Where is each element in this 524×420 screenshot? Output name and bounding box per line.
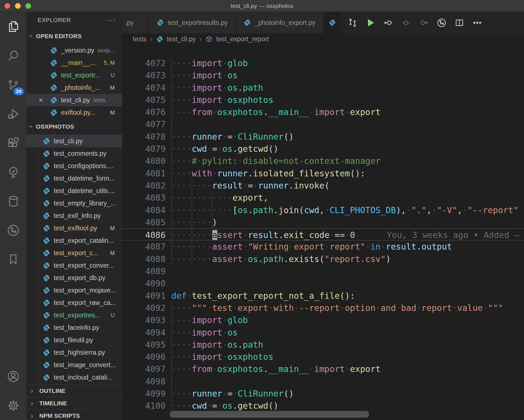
code-line[interactable]: 4090 (122, 277, 524, 289)
line-number[interactable]: 4096 (122, 351, 166, 363)
line-number[interactable]: 4090 (122, 277, 166, 289)
code-line[interactable]: 4079····cwd·=·os.getcwd() (122, 143, 524, 155)
code-line[interactable]: 4081····with·runner.isolated_filesystem(… (122, 167, 524, 179)
activitybar-run-debug-icon[interactable] (0, 99, 26, 128)
debug-step-over-icon[interactable] (415, 12, 433, 33)
code-line[interactable]: 4076····from·osxphotos.__main__·import·e… (122, 106, 524, 118)
tree-item[interactable]: test_fileutil.py (26, 334, 122, 346)
open-editor-item[interactable]: exiftool.py...M (26, 106, 122, 119)
line-number[interactable]: 4080 (122, 155, 166, 167)
code-editor[interactable]: 4072····import·glob4073····import·os4074… (122, 45, 524, 420)
line-number[interactable]: 4078 (122, 131, 166, 143)
activitybar-settings-gear-icon[interactable] (0, 391, 26, 420)
code-line[interactable]: 4077 (122, 118, 524, 130)
line-number[interactable]: 4077 (122, 118, 166, 130)
tree-item[interactable]: test_exiftool.pyM (26, 222, 122, 234)
code-line[interactable]: 4083············export, (122, 192, 524, 204)
tree-item[interactable]: test_export_mojave... (26, 284, 122, 296)
line-number[interactable]: 4091 (122, 290, 166, 302)
line-number[interactable]: 4094 (122, 326, 166, 339)
explorer-more-actions-icon[interactable]: ··· (107, 16, 116, 25)
line-number[interactable]: 4082 (122, 179, 166, 192)
open-editors-section-header[interactable]: › OPEN EDITORS (26, 28, 122, 44)
gitlens-graph-icon[interactable] (433, 12, 451, 33)
activitybar-explorer-icon[interactable] (0, 12, 26, 41)
line-number[interactable]: 4087 (122, 241, 166, 253)
code-line[interactable]: 4095····import·os.path (122, 339, 524, 351)
debug-reverse-continue-icon[interactable] (397, 12, 415, 33)
code-line[interactable]: 4072····import·glob (122, 57, 524, 69)
line-number[interactable]: 4073 (122, 69, 166, 81)
activitybar-test-tree-icon[interactable] (0, 157, 26, 187)
tree-item[interactable]: test_exportres...U (26, 309, 122, 321)
zoom-window-button[interactable] (25, 3, 31, 9)
tree-item[interactable]: test_incloud_catali... (26, 371, 122, 384)
line-number[interactable]: 4075 (122, 94, 166, 106)
open-editor-item[interactable]: _version.pyosxp... (26, 44, 122, 57)
open-editor-item[interactable]: test_exportr...U (26, 69, 122, 81)
activitybar-source-control-icon[interactable]: 24 (0, 70, 26, 99)
debug-step-back-icon[interactable] (379, 12, 397, 33)
tree-item[interactable]: test_export_db.py (26, 272, 122, 284)
line-number[interactable]: 4098 (122, 375, 166, 387)
tab-pinned-active[interactable] (324, 12, 341, 33)
line-number[interactable]: 4081 (122, 167, 166, 179)
line-number[interactable]: 4083 (122, 192, 166, 204)
activitybar-search-icon[interactable] (0, 41, 26, 70)
compare-changes-icon[interactable] (344, 12, 361, 33)
line-number[interactable]: 4097 (122, 363, 166, 375)
line-number[interactable]: 4095 (122, 339, 166, 351)
code-line[interactable]: 4082········result·=·runner.invoke( (122, 179, 524, 192)
line-number[interactable]: 4092 (122, 302, 166, 314)
project-section-header[interactable]: › OSXPHOTOS (26, 119, 122, 135)
activitybar-bookmarks-icon[interactable] (0, 245, 26, 274)
tree-item[interactable]: test_datetime_form... (26, 172, 122, 185)
code-line[interactable]: 4084············[os.path.join(cwd,·CLI_P… (122, 204, 524, 216)
line-number[interactable]: 4099 (122, 387, 166, 400)
code-line[interactable]: 4074····import·os.path (122, 82, 524, 94)
line-number[interactable]: 4088 (122, 253, 166, 265)
tree-item[interactable]: test_export_raw_ca... (26, 296, 122, 309)
close-icon[interactable]: × (39, 96, 43, 104)
code-line[interactable]: 4092····"""·test·export·with·--report·op… (122, 302, 524, 314)
code-line[interactable]: 4099····runner·=·CliRunner() (122, 387, 524, 400)
tree-item[interactable]: test_highsierra.py (26, 346, 122, 359)
code-line[interactable]: 4088········assert·os.path.exists("repor… (122, 253, 524, 265)
line-number[interactable]: 4089 (122, 265, 166, 277)
horizontal-scrollbar[interactable] (170, 411, 369, 418)
run-python-file-icon[interactable] (361, 12, 379, 33)
split-editor-icon[interactable] (451, 12, 468, 33)
activitybar-database-icon[interactable] (0, 187, 26, 216)
open-editor-item[interactable]: ×test_cli.pytests (26, 94, 122, 106)
close-window-button[interactable] (5, 3, 10, 9)
tree-item[interactable]: test_export_c...M (26, 247, 122, 259)
breadcrumb-file[interactable]: test_cli.py (167, 35, 196, 43)
tree-item[interactable]: test_empty_library_... (26, 197, 122, 209)
line-number[interactable]: 4074 (122, 82, 166, 94)
sidebar-section-outline[interactable]: ›OUTLINE (26, 384, 122, 397)
code-line[interactable]: 4087········assert·"Writing·export·repor… (122, 241, 524, 253)
code-line[interactable]: 4097····from·osxphotos.__main__·import·e… (122, 363, 524, 375)
code-line[interactable]: 4086········assert·result.exit_code·==·0… (122, 228, 524, 241)
sidebar-section-timeline[interactable]: ›TIMELINE (26, 397, 122, 409)
breadcrumb-folder[interactable]: tests (133, 35, 147, 43)
code-line[interactable]: 4091def·test_export_report_not_a_file(): (122, 290, 524, 302)
tree-item[interactable]: test_comments.py (26, 147, 122, 160)
line-number[interactable]: 4084 (122, 204, 166, 216)
tree-item[interactable]: test_configoptions.... (26, 160, 122, 172)
tree-item[interactable]: test_image_convert... (26, 359, 122, 371)
line-number[interactable]: 4100 (122, 400, 166, 412)
tree-item[interactable]: test_datetime_utils.... (26, 185, 122, 197)
code-line[interactable]: 4075····import·osxphotos (122, 94, 524, 106)
sidebar-section-npm-scripts[interactable]: ›NPM SCRIPTS (26, 409, 122, 420)
more-actions-icon[interactable] (468, 12, 486, 33)
tab-test-exportresults[interactable]: test_exportresults.py (149, 12, 235, 33)
code-line[interactable]: 4078····runner·=·CliRunner() (122, 131, 524, 143)
tree-item[interactable]: test_cli.py (26, 135, 122, 147)
code-line[interactable]: 4073····import·os (122, 69, 524, 81)
tree-item[interactable]: test_faceinfo.py (26, 321, 122, 334)
breadcrumb-symbol[interactable]: test_export_report (216, 35, 269, 43)
tree-item[interactable]: test_export_catalin... (26, 234, 122, 247)
code-line[interactable]: 4093····import·glob (122, 314, 524, 326)
line-number[interactable]: 4093 (122, 314, 166, 326)
